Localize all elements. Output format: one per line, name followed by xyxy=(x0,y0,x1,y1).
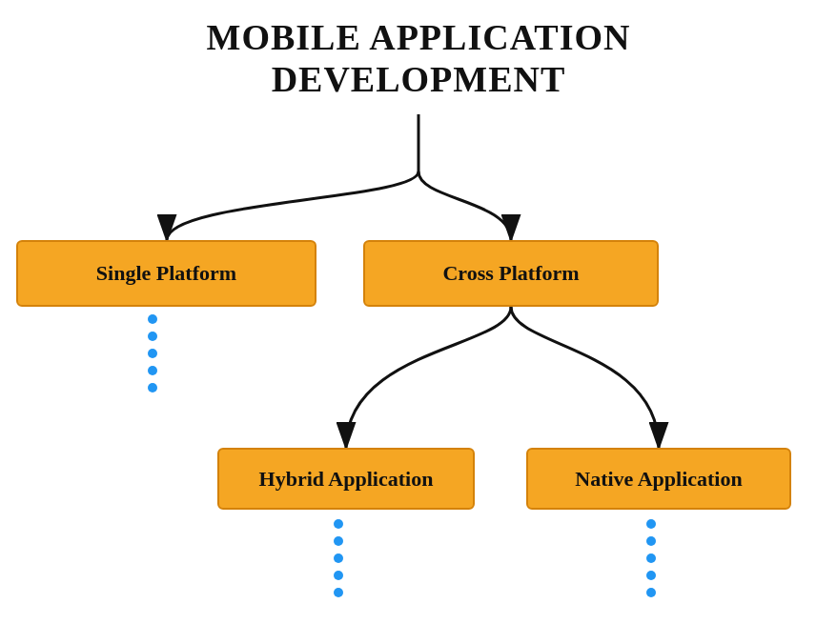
dot xyxy=(334,571,343,580)
dot xyxy=(646,588,656,597)
dot xyxy=(334,588,343,597)
dot xyxy=(646,519,656,529)
dot xyxy=(148,383,157,392)
dots-native-application xyxy=(646,519,656,597)
dot xyxy=(148,366,157,375)
dot xyxy=(646,536,656,546)
dots-single-platform xyxy=(148,314,157,392)
dot xyxy=(334,519,343,529)
dot xyxy=(148,332,157,341)
dots-hybrid-application xyxy=(334,519,343,597)
dot xyxy=(646,553,656,563)
page-container: MOBILE APPLICATION DEVELOPMENT Single Pl… xyxy=(0,0,837,644)
page-title: MOBILE APPLICATION DEVELOPMENT xyxy=(207,17,631,100)
dot xyxy=(148,349,157,358)
dot xyxy=(334,536,343,546)
cross-platform-node: Cross Platform xyxy=(363,240,659,307)
native-application-node: Native Application xyxy=(526,448,791,510)
dot xyxy=(646,571,656,580)
single-platform-node: Single Platform xyxy=(16,240,316,307)
dot xyxy=(334,553,343,563)
hybrid-application-node: Hybrid Application xyxy=(217,448,475,510)
dot xyxy=(148,314,157,324)
